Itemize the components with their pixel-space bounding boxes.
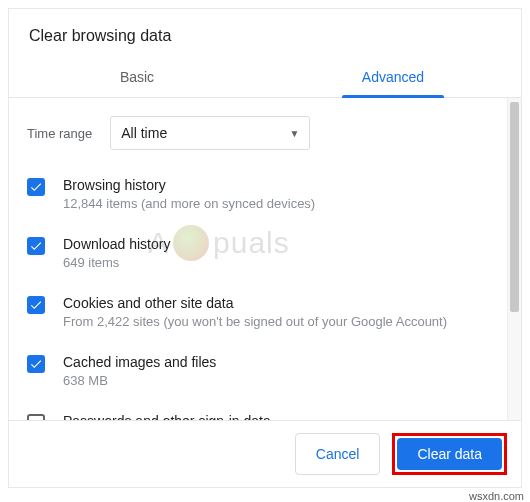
- item-label: Download history: [63, 235, 491, 253]
- checkbox-browsing-history[interactable]: [27, 178, 45, 196]
- checkbox-download-history[interactable]: [27, 237, 45, 255]
- clear-browsing-data-dialog: Clear browsing data Basic Advanced Time …: [8, 8, 522, 488]
- item-sub: 649 items: [63, 255, 491, 272]
- item-text: Passwords and other sign-in data 179 pas…: [63, 412, 491, 420]
- item-download-history: Download history 649 items: [25, 227, 493, 286]
- item-passwords: Passwords and other sign-in data 179 pas…: [25, 404, 493, 420]
- time-range-select[interactable]: All time ▼: [110, 116, 310, 150]
- item-label: Cookies and other site data: [63, 294, 491, 312]
- time-range-label: Time range: [27, 126, 92, 141]
- item-text: Download history 649 items: [63, 235, 491, 272]
- checkbox-passwords[interactable]: [27, 414, 45, 420]
- tab-bar: Basic Advanced: [9, 59, 521, 98]
- item-sub: 638 MB: [63, 373, 491, 390]
- item-cached: Cached images and files 638 MB: [25, 345, 493, 404]
- tab-basic[interactable]: Basic: [9, 59, 265, 97]
- dialog-body: Time range All time ▼ Browsing history 1…: [9, 98, 521, 421]
- item-browsing-history: Browsing history 12,844 items (and more …: [25, 168, 493, 227]
- clear-data-highlight: Clear data: [392, 433, 507, 475]
- checkbox-cookies[interactable]: [27, 296, 45, 314]
- scrollbar[interactable]: [507, 98, 521, 420]
- item-text: Cached images and files 638 MB: [63, 353, 491, 390]
- item-label: Browsing history: [63, 176, 491, 194]
- item-label: Cached images and files: [63, 353, 491, 371]
- dialog-footer: Cancel Clear data: [9, 421, 521, 487]
- time-range-value: All time: [121, 125, 167, 141]
- scrollbar-thumb[interactable]: [510, 102, 519, 312]
- check-icon: [29, 180, 43, 194]
- credit-text: wsxdn.com: [469, 490, 524, 502]
- time-range-row: Time range All time ▼: [25, 112, 493, 168]
- check-icon: [29, 357, 43, 371]
- tab-advanced[interactable]: Advanced: [265, 59, 521, 97]
- checkbox-cached[interactable]: [27, 355, 45, 373]
- scroll-area: Time range All time ▼ Browsing history 1…: [9, 98, 507, 420]
- item-text: Browsing history 12,844 items (and more …: [63, 176, 491, 213]
- item-text: Cookies and other site data From 2,422 s…: [63, 294, 491, 331]
- item-cookies: Cookies and other site data From 2,422 s…: [25, 286, 493, 345]
- clear-data-button[interactable]: Clear data: [397, 438, 502, 470]
- chevron-down-icon: ▼: [289, 128, 299, 139]
- item-label: Passwords and other sign-in data: [63, 412, 491, 420]
- dialog-title: Clear browsing data: [9, 9, 521, 59]
- check-icon: [29, 298, 43, 312]
- check-icon: [29, 239, 43, 253]
- item-sub: From 2,422 sites (you won't be signed ou…: [63, 314, 491, 331]
- item-sub: 12,844 items (and more on synced devices…: [63, 196, 491, 213]
- cancel-button[interactable]: Cancel: [295, 433, 381, 475]
- checkbox-list: Browsing history 12,844 items (and more …: [25, 168, 493, 420]
